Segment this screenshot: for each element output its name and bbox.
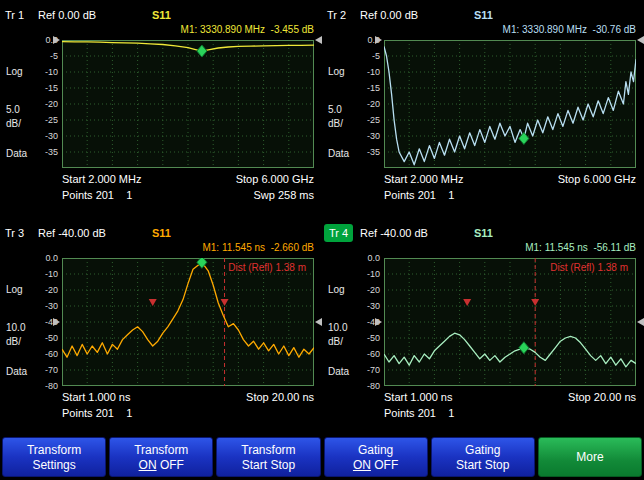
transform-settings-button[interactable]: TransformSettings	[2, 437, 106, 477]
start-label: Start 2.000 MHz	[62, 173, 141, 185]
scale-unit-label: dB/	[6, 336, 21, 347]
points-label: Points 201 1	[384, 407, 454, 419]
y-tick-label: -80	[367, 381, 380, 391]
y-axis-ticks: 0.0-5-10-15-20-25-30-35	[26, 2, 60, 220]
y-tick-label: -80	[45, 381, 58, 391]
softkey-label: Start Stop	[456, 458, 509, 472]
graticule	[384, 40, 636, 168]
trace1-tab[interactable]: Tr 1	[5, 9, 24, 21]
softkey-menu: TransformSettingsTransformON OFFTransfor…	[2, 437, 642, 477]
trace4-panel: Tr 4 Ref -40.00 dB S11 M1: 11.545 ns -56…	[322, 220, 644, 438]
y-tick-label: -70	[45, 365, 58, 375]
y-tick-label: -60	[367, 349, 380, 359]
y-tick-label: -10	[367, 269, 380, 279]
trace3-panel: Tr 3 Ref -40.00 dB S11 M1: 11.545 ns -2.…	[0, 220, 322, 438]
transform-on-off-button[interactable]: TransformON OFF	[109, 437, 213, 477]
data-format-label: Data	[6, 148, 27, 159]
y-tick-label: -5	[372, 51, 380, 61]
scale-type-label: Log	[6, 66, 23, 77]
marker-readout: M1: 3330.890 MHz -30.76 dB	[503, 24, 636, 35]
graticule: Dist (Refl) 1.38 m	[384, 258, 636, 386]
ref-level-indicator-left-icon	[375, 318, 382, 326]
y-tick-label: -20	[45, 99, 58, 109]
scale-unit-label: dB/	[328, 336, 343, 347]
points-label: Points 201 1	[384, 189, 454, 201]
y-tick-label: -25	[367, 115, 380, 125]
y-tick-label: -35	[45, 147, 58, 157]
ref-level-indicator-left-icon	[53, 318, 60, 326]
y-axis-ticks: 0.0-10-20-30-40-50-60-70-80	[348, 220, 382, 438]
stop-label: Stop 6.000 GHz	[236, 173, 314, 185]
y-tick-label: -15	[367, 83, 380, 93]
stop-label: Stop 20.00 ns	[246, 391, 314, 403]
y-tick-label: 0.0	[45, 253, 58, 263]
y-tick-label: -10	[45, 67, 58, 77]
softkey-label: Gating	[465, 443, 500, 457]
data-format-label: Data	[6, 366, 27, 377]
points-label: Points 201 1	[62, 407, 132, 419]
y-tick-label: -10	[367, 67, 380, 77]
measurement-label: S11	[152, 9, 171, 21]
y-tick-label: -20	[45, 285, 58, 295]
y-tick-label: -20	[367, 99, 380, 109]
y-tick-label: -30	[45, 131, 58, 141]
scale-type-label: Log	[328, 66, 345, 77]
y-axis-ticks: 0.0-5-10-15-20-25-30-35	[348, 2, 382, 220]
sweep-time-label: Swp 258 ms	[253, 189, 314, 201]
y-tick-label: -35	[367, 147, 380, 157]
y-tick-label: -30	[367, 301, 380, 311]
marker-readout: M1: 11.545 ns -2.660 dB	[202, 242, 314, 253]
more-button[interactable]: More	[538, 437, 642, 477]
y-tick-label: -30	[45, 301, 58, 311]
softkey-label: More	[576, 450, 603, 464]
scale-per-div-label: 10.0	[6, 322, 25, 333]
gating-on-off-button[interactable]: GatingON OFF	[324, 437, 428, 477]
scale-type-label: Log	[328, 284, 345, 295]
marker-readout: M1: 3330.890 MHz -3.455 dB	[181, 24, 314, 35]
y-tick-label: 0.0	[367, 253, 380, 263]
ref-level-indicator-right-icon	[637, 36, 644, 44]
y-tick-label: -20	[367, 285, 380, 295]
y-tick-label: -50	[45, 333, 58, 343]
start-label: Start 1.000 ns	[62, 391, 131, 403]
trace3-tab[interactable]: Tr 3	[5, 227, 24, 239]
softkey-label: ON OFF	[139, 458, 184, 472]
y-tick-label: -5	[50, 51, 58, 61]
data-format-label: Data	[328, 366, 349, 377]
measurement-label: S11	[474, 9, 493, 21]
graticule	[62, 40, 314, 168]
softkey-label: ON OFF	[353, 458, 398, 472]
scale-per-div-label: 5.0	[328, 104, 342, 115]
ref-level-indicator-right-icon	[315, 36, 322, 44]
scale-unit-label: dB/	[328, 118, 343, 129]
scale-unit-label: dB/	[6, 118, 21, 129]
softkey-label: Start Stop	[242, 458, 295, 472]
y-tick-label: -50	[367, 333, 380, 343]
graticule: Dist (Refl) 1.38 m	[62, 258, 314, 386]
gating-start-stop-button[interactable]: GatingStart Stop	[431, 437, 535, 477]
scale-per-div-label: 10.0	[328, 322, 347, 333]
scale-type-label: Log	[6, 284, 23, 295]
trace1-panel: Tr 1 Ref 0.00 dB S11 M1: 3330.890 MHz -3…	[0, 2, 322, 220]
y-axis-ticks: 0.0-10-20-30-40-50-60-70-80	[26, 220, 60, 438]
transform-start-stop-button[interactable]: TransformStart Stop	[216, 437, 320, 477]
data-format-label: Data	[328, 148, 349, 159]
distance-label: Dist (Refl) 1.38 m	[550, 262, 628, 273]
ref-level-indicator-left-icon	[53, 36, 60, 44]
trace2-panel: Tr 2 Ref 0.00 dB S11 M1: 3330.890 MHz -3…	[322, 2, 644, 220]
measurement-label: S11	[474, 227, 493, 239]
trace2-tab[interactable]: Tr 2	[327, 9, 346, 21]
stop-label: Stop 20.00 ns	[568, 391, 636, 403]
distance-label: Dist (Refl) 1.38 m	[228, 262, 306, 273]
ref-level-indicator-right-icon	[637, 318, 644, 326]
points-label: Points 201 1	[62, 189, 132, 201]
y-tick-label: -25	[45, 115, 58, 125]
y-tick-label: -30	[367, 131, 380, 141]
softkey-label: Transform	[241, 443, 295, 457]
ref-level-indicator-left-icon	[375, 36, 382, 44]
softkey-label: Transform	[134, 443, 188, 457]
stop-label: Stop 6.000 GHz	[558, 173, 636, 185]
softkey-label: Transform	[27, 443, 81, 457]
scale-per-div-label: 5.0	[6, 104, 20, 115]
marker-readout: M1: 11.545 ns -56.11 dB	[525, 242, 636, 253]
